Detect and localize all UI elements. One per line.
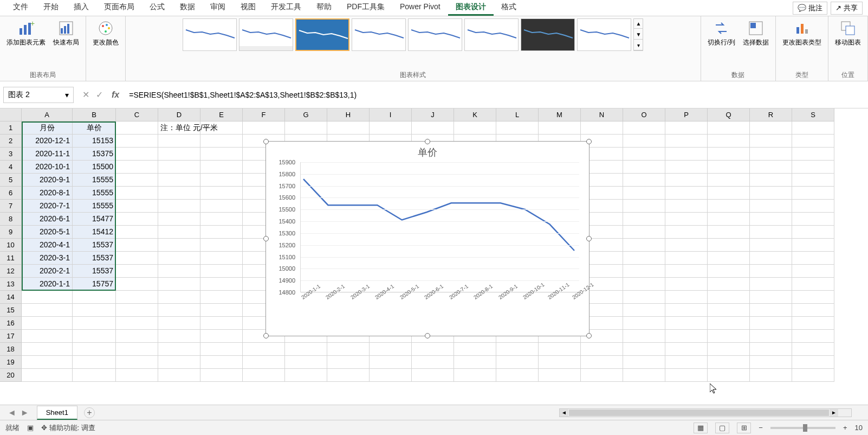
cell[interactable] (243, 121, 285, 135)
page-break-button[interactable]: ⊞ (737, 423, 751, 433)
cell[interactable]: 15375 (73, 148, 116, 161)
cell[interactable]: 15412 (73, 226, 116, 239)
row-header[interactable]: 6 (0, 187, 22, 200)
cell[interactable]: 15537 (73, 239, 116, 252)
cell[interactable] (412, 356, 454, 369)
cell[interactable] (665, 369, 708, 382)
cell[interactable] (454, 343, 496, 356)
chart-plot[interactable]: 1480014900150001510015200153001540015500… (270, 162, 585, 314)
cell[interactable] (750, 265, 792, 278)
cell[interactable] (73, 291, 116, 304)
cell[interactable] (623, 317, 665, 330)
row-header[interactable]: 19 (0, 356, 22, 369)
cell[interactable] (708, 356, 750, 369)
cell[interactable] (200, 213, 243, 226)
cell[interactable] (370, 343, 412, 356)
cell[interactable] (665, 121, 708, 135)
cell[interactable] (158, 304, 200, 317)
cell[interactable] (581, 343, 623, 356)
cell[interactable] (750, 148, 792, 161)
menu-tab-PDF工具集[interactable]: PDF工具集 (339, 0, 392, 16)
cell[interactable] (327, 356, 370, 369)
cell[interactable] (200, 121, 243, 135)
cell[interactable] (665, 226, 708, 239)
cell[interactable] (665, 174, 708, 187)
style-6[interactable] (464, 18, 519, 51)
cell[interactable] (116, 343, 158, 356)
cell[interactable] (200, 291, 243, 304)
row-header[interactable]: 8 (0, 213, 22, 226)
menu-tab-帮助[interactable]: 帮助 (309, 0, 339, 16)
add-sheet-button[interactable]: + (84, 407, 95, 418)
cell[interactable] (200, 252, 243, 265)
style-7[interactable] (521, 18, 575, 51)
cell[interactable] (750, 343, 792, 356)
select-data-button[interactable]: 选择数据 (741, 18, 771, 48)
cell[interactable] (708, 278, 750, 291)
quick-layout-button[interactable]: 快速布局 (51, 18, 81, 48)
name-box[interactable]: 图表 2▾ (3, 87, 74, 103)
col-header[interactable]: S (792, 108, 834, 121)
switch-rowcol-button[interactable]: 切换行/列 (705, 18, 737, 48)
cell[interactable] (22, 356, 73, 369)
col-header[interactable]: H (327, 108, 370, 121)
cell[interactable] (665, 265, 708, 278)
cell[interactable]: 15477 (73, 213, 116, 226)
cell[interactable] (750, 226, 792, 239)
menu-tab-图表设计[interactable]: 图表设计 (448, 0, 494, 16)
row-header[interactable]: 13 (0, 278, 22, 291)
cell[interactable] (623, 174, 665, 187)
cell[interactable] (116, 121, 158, 135)
cell[interactable] (792, 135, 834, 148)
cell[interactable] (158, 291, 200, 304)
cell[interactable] (581, 121, 623, 135)
row-header[interactable]: 10 (0, 239, 22, 252)
cell[interactable] (243, 343, 285, 356)
cell[interactable] (116, 317, 158, 330)
cell[interactable] (750, 213, 792, 226)
cell[interactable] (792, 252, 834, 265)
cell[interactable] (623, 161, 665, 174)
cell[interactable] (750, 174, 792, 187)
cell[interactable] (623, 135, 665, 148)
normal-view-button[interactable]: ▦ (694, 423, 708, 433)
cell[interactable] (750, 356, 792, 369)
cell[interactable] (158, 239, 200, 252)
share-button[interactable]: ↗共享 (831, 2, 863, 15)
cell[interactable]: 15537 (73, 252, 116, 265)
cell[interactable] (623, 278, 665, 291)
menu-tab-公式[interactable]: 公式 (142, 0, 172, 16)
cell[interactable] (623, 252, 665, 265)
menu-tab-格式[interactable]: 格式 (494, 0, 524, 16)
style-2[interactable] (239, 18, 293, 51)
cell[interactable] (22, 291, 73, 304)
zoom-slider[interactable] (770, 427, 835, 429)
col-header[interactable]: R (750, 108, 792, 121)
col-header[interactable]: K (454, 108, 496, 121)
cell[interactable] (750, 330, 792, 343)
sheet-tab[interactable]: Sheet1 (37, 406, 77, 420)
cell[interactable]: 2020-10-1 (22, 161, 73, 174)
cell[interactable]: 单价 (73, 121, 116, 135)
cell[interactable] (665, 213, 708, 226)
cell[interactable] (116, 213, 158, 226)
select-all[interactable] (0, 108, 22, 121)
cell[interactable] (623, 239, 665, 252)
cell[interactable] (665, 356, 708, 369)
cell[interactable] (412, 121, 454, 135)
cell[interactable] (454, 369, 496, 382)
cell[interactable] (116, 252, 158, 265)
cell[interactable] (708, 343, 750, 356)
style-1[interactable] (183, 18, 237, 51)
cell[interactable] (496, 369, 539, 382)
cell[interactable] (116, 161, 158, 174)
cell[interactable] (665, 252, 708, 265)
cell[interactable] (792, 304, 834, 317)
cell[interactable] (285, 356, 327, 369)
cell[interactable] (285, 121, 327, 135)
col-header[interactable]: C (116, 108, 158, 121)
cell[interactable] (327, 121, 370, 135)
style-5[interactable] (408, 18, 462, 51)
cell[interactable] (708, 148, 750, 161)
cell[interactable] (158, 369, 200, 382)
